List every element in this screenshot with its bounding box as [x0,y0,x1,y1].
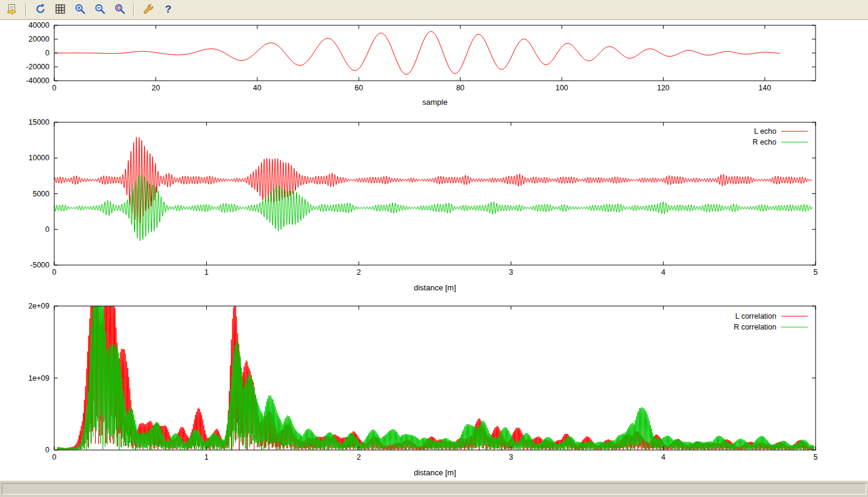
plot-border [54,122,816,265]
help-button[interactable]: ? [160,2,176,18]
legend-label: L correlation [735,312,776,320]
y-tick-label: 0 [45,225,49,234]
status-bar [0,480,868,497]
plot-border [54,306,816,450]
y-tick-label: -40000 [26,77,49,85]
zoom-out-button[interactable] [92,2,108,18]
y-tick-label: 0 [45,49,49,57]
x-axis-label: sample [423,98,448,107]
y-tick-label: 40000 [28,21,49,30]
x-tick-label: 5 [814,453,818,461]
x-tick-label: 140 [758,84,771,92]
x-tick-label: 3 [509,268,513,277]
x-tick-label: 5 [814,268,818,277]
x-tick-label: 0 [52,84,57,92]
question-icon: ? [162,3,174,17]
magnifier-minus-icon [94,3,106,17]
x-tick-label: 2 [357,453,361,461]
grid-icon [54,3,66,17]
x-axis-label: distance [m] [414,468,456,477]
x-tick-label: 3 [509,453,513,461]
chart-canvas[interactable]: 012345150001000050000-5000distance [m]L … [0,117,868,299]
x-tick-label: 80 [456,84,465,92]
plot-client-area: 02040608010012014040000200000-20000-4000… [0,20,868,480]
magnifier-plus-icon [74,3,86,17]
y-tick-label: 1e+09 [28,374,49,383]
y-tick-label: 10000 [28,154,49,162]
copy-to-clipboard-button[interactable] [4,2,20,18]
y-tick-label: -5000 [30,261,49,269]
series-signal [54,31,780,74]
x-tick-label: 40 [253,84,262,92]
x-tick-label: 0 [52,453,57,461]
x-tick-label: 1 [204,453,209,461]
chart-canvas[interactable]: 02040608010012014040000200000-20000-4000… [0,20,868,117]
svg-text:?: ? [165,4,171,15]
legend-label: L echo [754,127,776,136]
plot-border [54,25,816,81]
copy-icon [6,3,18,17]
series-r-correlation [57,306,814,450]
zoom-reset-button[interactable] [112,2,128,18]
y-tick-label: 5000 [33,190,49,198]
x-tick-label: 20 [151,84,160,92]
x-tick-label: 100 [556,84,568,92]
series-l-correlation [57,306,814,450]
x-tick-label: 4 [661,268,665,277]
x-tick-label: 0 [52,268,57,277]
replot-button[interactable] [32,2,48,18]
legend-label: R echo [752,138,776,146]
configure-button[interactable] [140,2,156,18]
toolbar-separator [133,3,134,16]
x-tick-label: 4 [661,453,665,461]
y-tick-label: -20000 [26,63,49,71]
x-tick-label: 120 [657,84,670,92]
chart-echo-signals[interactable]: 012345150001000050000-5000distance [m]L … [0,117,868,299]
x-tick-label: 1 [204,268,209,277]
y-tick-label: 20000 [28,35,49,43]
chart-transmit-pulse[interactable]: 02040608010012014040000200000-20000-4000… [0,20,868,117]
x-tick-label: 60 [354,84,363,92]
chart-correlations[interactable]: 0123452e+091e+090distance [m]L correlati… [0,300,868,480]
y-tick-label: 0 [45,446,49,454]
refresh-icon [34,3,46,17]
y-tick-label: 15000 [28,118,49,127]
x-tick-label: 2 [357,268,361,277]
legend-label: R correlation [734,323,776,331]
toolbar-separator [25,3,27,16]
zoom-in-button[interactable] [72,2,88,18]
y-tick-label: 2e+09 [28,302,49,310]
magnifier-icon [114,3,126,17]
toggle-grid-button[interactable] [52,2,68,18]
chart-canvas[interactable]: 0123452e+091e+090distance [m]L correlati… [0,300,868,480]
wrench-icon [142,3,154,17]
x-axis-label: distance [m] [414,283,456,292]
toolbar: ? [0,0,868,20]
status-panel [2,483,866,495]
